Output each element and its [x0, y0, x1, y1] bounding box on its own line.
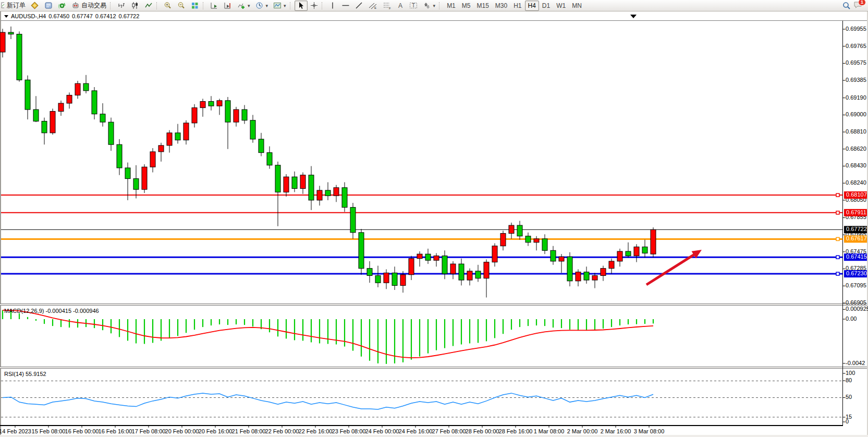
candle-bearish: [292, 177, 297, 188]
candle-bullish: [334, 188, 339, 196]
candle-bearish: [42, 121, 47, 132]
text-label-tool-button[interactable]: T: [407, 1, 420, 11]
candlestick-chart-button[interactable]: [128, 1, 142, 11]
candle-bullish: [317, 190, 322, 200]
line-handle[interactable]: [836, 193, 839, 197]
indicators-button[interactable]: ▾: [235, 1, 253, 11]
svg-text:F: F: [389, 7, 391, 10]
time-axis-label: 1 Mar 08:00: [534, 428, 565, 434]
macd-tick-label: 0.000925: [846, 306, 868, 312]
candle-bullish: [158, 145, 164, 152]
price-chart-canvas[interactable]: 0.699550.697650.695750.693850.691900.690…: [0, 0, 868, 437]
candle-bearish: [133, 179, 139, 190]
macd-tick-label: 0.00: [846, 315, 857, 322]
price-tick-label: 0.68620: [846, 145, 866, 152]
price-badge-label: 0.68107: [846, 191, 867, 198]
search-button[interactable]: [840, 1, 853, 11]
vertical-line-tool-button[interactable]: [326, 1, 339, 11]
candle-bullish: [534, 239, 539, 242]
line-handle[interactable]: [836, 211, 839, 214]
price-tick-label: 0.69190: [846, 94, 866, 101]
candle-bullish: [559, 257, 564, 261]
candle-bearish: [242, 110, 247, 120]
timeframe-button-h4[interactable]: H4: [525, 1, 539, 11]
zoom-in-button[interactable]: [161, 1, 175, 11]
ohlc-open: 0.67450: [48, 13, 69, 19]
candle-bearish: [25, 80, 30, 110]
symbol-dropdown-icon[interactable]: [4, 15, 8, 18]
time-axis-label: 15 Feb 08:00: [32, 428, 66, 434]
line-handle[interactable]: [836, 256, 839, 259]
timeframe-button-w1[interactable]: W1: [553, 1, 569, 11]
equidistant-channel-tool-button[interactable]: E: [366, 1, 380, 11]
bar-chart-button[interactable]: [115, 1, 128, 11]
timeframe-button-m15[interactable]: M15: [473, 1, 492, 11]
candle-bearish: [567, 257, 572, 281]
line-handle[interactable]: [836, 272, 839, 275]
candle-bullish: [58, 103, 64, 111]
timeframe-button-mn[interactable]: MN: [569, 1, 585, 11]
candle-bullish: [492, 246, 497, 262]
timeframe-button-m30[interactable]: M30: [492, 1, 510, 11]
cursor-tool-button[interactable]: [295, 1, 308, 11]
chart-shift-button[interactable]: [221, 1, 235, 11]
trendline-tool-button[interactable]: [352, 1, 366, 11]
market-watch-icon: [58, 2, 66, 9]
toolbar: 新订单 自动交易 ▾ ▾: [0, 0, 868, 11]
market-watch-button[interactable]: [55, 1, 69, 11]
arrows-tool-button[interactable]: ▾: [420, 1, 438, 11]
timeframe-button-d1[interactable]: D1: [539, 1, 553, 11]
toolbar-grip: [156, 2, 159, 9]
candle-bearish: [642, 247, 647, 253]
time-axis-label: 17 Feb 08:00: [132, 428, 166, 434]
new-order-button[interactable]: 新订单: [4, 1, 28, 11]
candle-bullish: [142, 167, 147, 189]
toolbar-grip: [110, 2, 113, 9]
tile-windows-button[interactable]: [188, 1, 202, 11]
toolbar-grip: [203, 2, 205, 9]
equidistant-channel-icon: E: [369, 2, 377, 9]
time-axis-label: 28 Feb 16:00: [499, 428, 533, 434]
price-tick-label: 0.68240: [846, 179, 866, 186]
candle-bullish: [200, 102, 205, 108]
candle-bearish: [459, 264, 464, 280]
price-badge-label: 0.67722: [846, 226, 867, 232]
zoom-out-button[interactable]: [175, 1, 188, 11]
candle-bearish: [175, 133, 180, 140]
periods-button[interactable]: ▾: [253, 1, 271, 11]
quotes-button[interactable]: [28, 1, 42, 11]
line-handle[interactable]: [836, 237, 839, 240]
time-axis-label: 14 Feb 2023: [0, 428, 31, 434]
candle-bearish: [425, 254, 431, 260]
candle-bearish: [392, 273, 397, 285]
profiles-button[interactable]: [42, 1, 55, 11]
horizontal-line-icon: [341, 2, 350, 9]
text-tool-button[interactable]: A: [394, 1, 407, 11]
candle-bullish: [75, 83, 80, 95]
price-tick-label: 0.67095: [846, 282, 866, 288]
crosshair-tool-button[interactable]: [308, 1, 321, 11]
rsi-tick-label: 50: [846, 394, 852, 400]
time-axis-label: 27 Feb 08:00: [432, 428, 466, 434]
macd-label: MACD(12,26,9) -0.000415 -0.000946: [4, 308, 99, 314]
svg-text:T: T: [412, 3, 415, 8]
time-axis-label: 2 Mar 00:00: [567, 428, 598, 434]
fibonacci-tool-button[interactable]: F: [380, 1, 394, 11]
candle-bullish: [50, 111, 55, 132]
candle-bullish: [500, 234, 506, 246]
timeframe-button-h1[interactable]: H1: [510, 1, 524, 11]
macd-tick-label: -0.0042: [846, 360, 865, 366]
time-axis-label: 16 Feb 00:00: [65, 428, 99, 434]
horizontal-line-tool-button[interactable]: [339, 1, 352, 11]
candle-bullish: [467, 271, 472, 280]
candle-bearish: [92, 91, 97, 114]
chart-shift-marker[interactable]: [630, 15, 637, 18]
auto-scroll-button[interactable]: [207, 1, 221, 11]
notifications-button[interactable]: 1: [853, 1, 863, 11]
templates-button[interactable]: ▾: [271, 1, 289, 11]
timeframe-button-m5[interactable]: M5: [459, 1, 474, 11]
timeframe-button-m1[interactable]: M1: [444, 1, 459, 11]
candle-bearish: [267, 153, 272, 165]
line-chart-button[interactable]: [142, 1, 155, 11]
auto-trading-button[interactable]: 自动交易: [69, 1, 109, 11]
